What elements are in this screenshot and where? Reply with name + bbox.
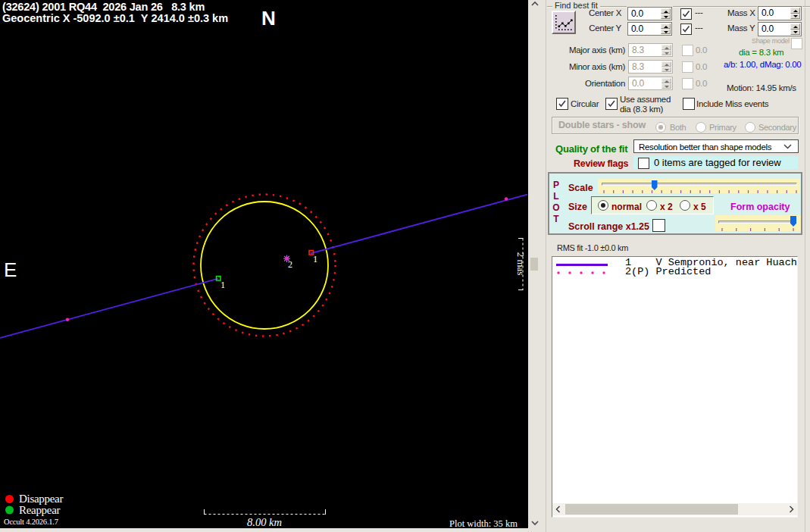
svg-text:Plot width: 35 km: Plot width: 35 km: [449, 518, 518, 528]
svg-text:(32624) 2001 RQ44 2026 Jan 26: (32624) 2001 RQ44 2026 Jan 26 8.3 km: [2, 1, 205, 13]
svg-text:Occult 4.2026.1.7: Occult 4.2026.1.7: [4, 518, 58, 526]
svg-text:Geocentric X -5092.0 ±0.1 Y 2: Geocentric X -5092.0 ±0.1 Y 2414.0 ±0.3 …: [2, 12, 228, 24]
svg-text:2 mas: 2 mas: [515, 252, 527, 276]
svg-text:Reappear: Reappear: [19, 504, 61, 516]
svg-text:8.00 km: 8.00 km: [247, 516, 282, 528]
svg-text:1: 1: [313, 254, 317, 264]
svg-text:1: 1: [220, 280, 225, 290]
svg-text:E: E: [4, 258, 17, 281]
svg-text:N: N: [261, 7, 276, 30]
svg-text:2: 2: [288, 259, 292, 270]
